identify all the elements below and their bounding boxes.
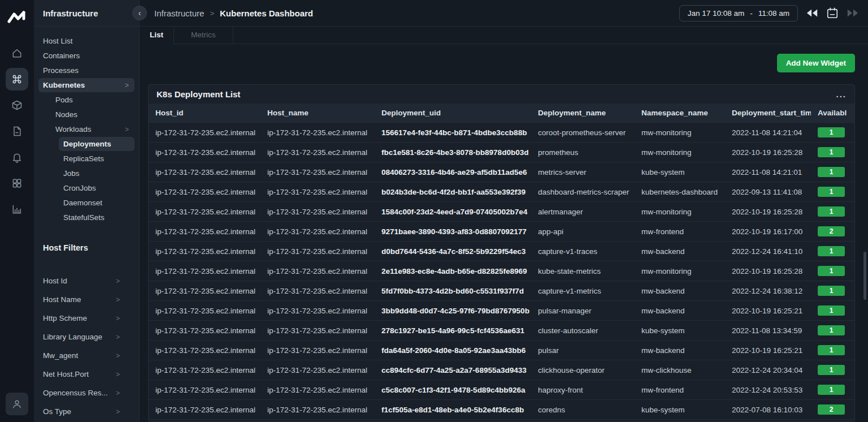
table-row[interactable]: ip-172-31-72-235.ec2.internalip-172-31-7… — [149, 222, 854, 242]
cell: mw-backend — [635, 301, 725, 321]
sidebar-item-statefulsets[interactable]: StatefulSets — [59, 210, 134, 225]
cell-available: 1 — [811, 123, 854, 143]
filter-item-host-id[interactable]: Host Id> — [34, 273, 139, 289]
calendar-icon[interactable] — [826, 7, 839, 19]
filter-item-mw-agent[interactable]: Mw_agent> — [34, 347, 139, 364]
tab-list[interactable]: List — [140, 27, 174, 44]
sidebar-item-containers[interactable]: Containers — [38, 49, 134, 63]
document-icon[interactable] — [6, 120, 28, 143]
table-row[interactable]: ip-172-31-72-235.ec2.internalip-172-31-7… — [149, 341, 854, 360]
cell: mw-frontend — [635, 380, 725, 400]
table-row[interactable]: ip-172-31-72-235.ec2.internalip-172-31-7… — [149, 301, 854, 321]
host-filters-title: Host Filters — [34, 239, 139, 259]
cell: 2022-11-08 13:34:59 — [725, 321, 811, 341]
widget-menu-button[interactable]: ... — [836, 92, 847, 97]
cell: 2022-11-08 14:21:01 — [725, 162, 811, 182]
bar-chart-icon[interactable] — [6, 198, 28, 221]
filter-item-http-scheme[interactable]: Http Scheme> — [34, 310, 139, 326]
sidebar-item-processes[interactable]: Processes — [38, 63, 134, 77]
cell: ip-172-31-72-235.ec2.internal — [149, 341, 261, 360]
cell: kubernetes-dashboard — [531, 420, 635, 422]
table-row[interactable]: ip-172-31-72-235.ec2.internalip-172-31-7… — [149, 281, 854, 301]
sidebar-item-replicasets[interactable]: ReplicaSets — [59, 152, 134, 166]
cell: kube-system — [635, 400, 725, 420]
filter-item-opencensus-res-[interactable]: Opencensus Res...> — [34, 385, 139, 401]
filter-item-host-name[interactable]: Host Name> — [34, 291, 139, 308]
available-count-badge: 2 — [818, 226, 845, 236]
grid-icon[interactable] — [6, 172, 28, 195]
cell: 2022-12-24 16:38:12 — [725, 281, 811, 301]
date-range-picker[interactable]: Jan 17 10:08 am - 11:08 am — [679, 5, 798, 21]
sidebar-item-jobs[interactable]: Jobs — [59, 166, 134, 180]
sidebar-item-label: Pods — [55, 96, 73, 104]
chevron-right-icon: > — [116, 315, 120, 322]
filter-item-os-type[interactable]: Os Type> — [34, 403, 139, 420]
table-row[interactable]: ip-172-31-72-235.ec2.internalip-172-31-7… — [149, 261, 854, 281]
sidebar-item-label: Workloads — [55, 125, 92, 134]
table-row[interactable]: ip-172-31-72-235.ec2.internalip-172-31-7… — [149, 420, 854, 422]
filter-item-library-language[interactable]: Library Language> — [34, 329, 139, 345]
sidebar-item-pods[interactable]: Pods — [51, 93, 134, 107]
cube-icon[interactable] — [6, 94, 28, 117]
filter-item-label: Host Id — [43, 277, 67, 285]
table-row[interactable]: ip-172-31-72-235.ec2.internalip-172-31-7… — [149, 123, 854, 143]
table-row[interactable]: ip-172-31-72-235.ec2.internalip-172-31-7… — [149, 162, 854, 182]
cell-available: 1 — [811, 162, 854, 182]
sidebar-item-daemonset[interactable]: Daemonset — [59, 196, 134, 210]
column-header-host_name: Host_name — [261, 104, 375, 123]
available-count-badge: 1 — [818, 147, 845, 157]
tab-filler — [233, 27, 868, 44]
table-row[interactable]: ip-172-31-72-235.ec2.internalip-172-31-7… — [149, 321, 854, 341]
cell: ip-172-31-72-235.ec2.internal — [261, 301, 375, 321]
sidebar-nav: Host ListContainersProcessesKubernetes>P… — [34, 27, 139, 225]
cell: ip-172-31-72-235.ec2.internal — [261, 420, 375, 422]
sidebar-item-nodes[interactable]: Nodes — [51, 107, 134, 122]
cell: 2022-12-24 20:34:04 — [725, 360, 811, 380]
sidebar: Infrastructure Host ListContainersProces… — [34, 0, 140, 422]
mw-wave-logo[interactable] — [6, 6, 28, 28]
table-row[interactable]: ip-172-31-72-235.ec2.internalip-172-31-7… — [149, 380, 854, 400]
deployment-table-wrap: Host_idHost_nameDeployment_uidDeployment… — [149, 104, 854, 421]
add-new-widget-button[interactable]: Add New Widget — [777, 54, 855, 72]
tab-metrics[interactable]: Metrics — [174, 27, 233, 44]
table-row[interactable]: ip-172-31-72-235.ec2.internalip-172-31-7… — [149, 202, 854, 222]
available-count-badge: 2 — [818, 404, 845, 415]
user-icon[interactable] — [6, 393, 28, 415]
sidebar-item-kubernetes[interactable]: Kubernetes> — [38, 78, 134, 92]
sidebar-item-deployments[interactable]: Deployments — [59, 137, 134, 151]
k8s-deployment-widget: K8s Deployment List ... Host_idHost_name… — [148, 84, 855, 422]
cell-deployment-uid: f1cf505a-e8d1-48eb-a4e0-5b2e4f36cc8b — [375, 400, 531, 420]
cell: ip-172-31-72-235.ec2.internal — [149, 420, 261, 422]
vertical-scrollbar[interactable] — [863, 252, 866, 300]
cell: ip-172-31-72-235.ec2.internal — [149, 162, 261, 182]
cell: mw-monitoring — [635, 261, 725, 281]
sidebar-item-host-list[interactable]: Host List — [38, 34, 134, 48]
available-count-badge: 1 — [818, 345, 845, 355]
rewind-icon[interactable] — [806, 8, 818, 18]
cell-available: 1 — [811, 281, 854, 301]
breadcrumb-section[interactable]: Infrastructure — [154, 8, 204, 18]
table-row[interactable]: ip-172-31-72-235.ec2.internalip-172-31-7… — [149, 242, 854, 261]
table-row[interactable]: ip-172-31-72-235.ec2.internalip-172-31-7… — [149, 360, 854, 380]
bell-icon[interactable] — [6, 146, 28, 169]
table-row[interactable]: ip-172-31-72-235.ec2.internalip-172-31-7… — [149, 400, 854, 420]
home-icon[interactable] — [6, 42, 28, 64]
cell-deployment-uid: fbc1e581-8c26-4be3-8078-bb8978d0b03d — [375, 143, 531, 162]
back-button[interactable]: ‹ — [132, 6, 147, 20]
host-filters-list: Host Id>Host Name>Http Scheme>Library La… — [34, 273, 139, 422]
cell: ip-172-31-72-235.ec2.internal — [261, 261, 375, 281]
table-row[interactable]: ip-172-31-72-235.ec2.internalip-172-31-7… — [149, 143, 854, 162]
cell-deployment-uid: 08406273-3316-4b46-ae29-af5db11ad5e6 — [375, 162, 531, 182]
filter-item-net-host-port[interactable]: Net Host.Port> — [34, 366, 139, 382]
cell-deployment-uid: 3bb9dd48-d0d7-4c25-97f6-79bd8767950b — [375, 301, 531, 321]
table-row[interactable]: ip-172-31-72-235.ec2.internalip-172-31-7… — [149, 182, 854, 202]
forward-icon[interactable] — [847, 8, 859, 18]
cell: ip-172-31-72-235.ec2.internal — [261, 123, 375, 143]
cell: 2022-10-19 16:25:28 — [725, 202, 811, 222]
sidebar-item-label: Nodes — [55, 110, 77, 119]
sidebar-item-cronjobs[interactable]: CronJobs — [59, 181, 134, 195]
command-icon[interactable] — [6, 68, 28, 91]
sidebar-item-workloads[interactable]: Workloads> — [51, 122, 134, 136]
filter-item-label: Net Host.Port — [43, 370, 89, 378]
cell: 2022-12-24 20:53:53 — [725, 380, 811, 400]
